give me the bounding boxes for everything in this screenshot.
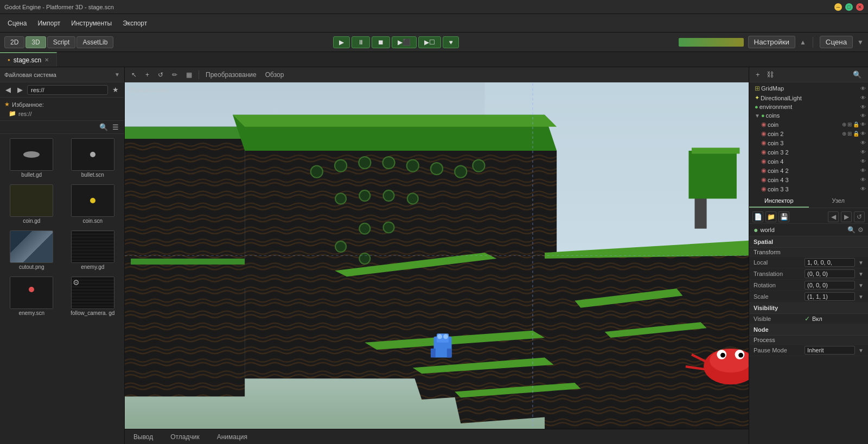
tree-item-coin[interactable]: ◉ coin ⊕ ⊞ 🔒 👁: [749, 120, 868, 129]
tree-item-coin4[interactable]: ◉ coin 4 👁: [749, 157, 868, 166]
tab-close-button[interactable]: ✕: [44, 57, 49, 63]
scene-link-button[interactable]: ⛓: [764, 69, 776, 80]
file-list-view-button[interactable]: ☰: [110, 122, 121, 132]
scene-search-button[interactable]: 🔍: [851, 69, 864, 80]
insp-file-btn[interactable]: 📄: [752, 211, 763, 222]
nav-back-button[interactable]: ◀: [3, 85, 13, 95]
filesystem-dropdown-icon[interactable]: ▼: [114, 72, 120, 78]
coin4-eye-icon[interactable]: 👁: [860, 158, 866, 164]
maximize-button[interactable]: □: [845, 3, 853, 11]
tree-item-coin2[interactable]: ◉ coin 2 ⊕ ⊞ 🔒 👁: [749, 129, 868, 138]
file-item-bullet-gd[interactable]: bullet.gd: [2, 136, 61, 180]
world-settings-icon[interactable]: ⚙: [858, 226, 864, 234]
add-button[interactable]: +: [142, 70, 152, 80]
coin2-lock-icon[interactable]: 🔒: [853, 131, 859, 137]
coin-move-icon[interactable]: ⊕: [842, 121, 846, 127]
insp-local-dropdown-icon[interactable]: ▼: [858, 260, 864, 266]
coin4-2-eye-icon[interactable]: 👁: [860, 168, 866, 173]
play-custom-button[interactable]: ▶☐: [418, 36, 441, 48]
file-item-enemy-scn[interactable]: ✕ enemy.scn: [2, 274, 61, 318]
world-search-icon[interactable]: 🔍: [847, 226, 856, 234]
coin2-move-icon[interactable]: ⊕: [842, 131, 846, 137]
nav-forward-button[interactable]: ▶: [15, 85, 25, 95]
file-item-cutout-png[interactable]: cutout.png: [2, 228, 61, 272]
insp-pause-dropdown-icon[interactable]: ▼: [858, 348, 864, 353]
assetlib-button[interactable]: AssetLib: [76, 36, 113, 48]
coin3-2-eye-icon[interactable]: 👁: [860, 149, 866, 155]
insp-rotation-dropdown-icon[interactable]: ▼: [858, 282, 864, 288]
gridmap-eye-icon[interactable]: 👁: [860, 86, 866, 92]
insp-rotation-value[interactable]: (0, 0, 0): [805, 281, 855, 289]
tab-inspector[interactable]: Инспектор: [749, 195, 809, 208]
nav-star-button[interactable]: ★: [110, 85, 121, 95]
script-button[interactable]: Script: [47, 36, 76, 48]
tree-item-coin4-2[interactable]: ◉ coin 4 2 👁: [749, 166, 868, 175]
tab-stage-scn[interactable]: ● stage.scn ✕: [0, 52, 57, 67]
stop-button[interactable]: ⏹: [372, 36, 390, 48]
coin2-copy-icon[interactable]: ⊞: [847, 131, 852, 137]
file-item-coin-gd[interactable]: coin.gd: [2, 182, 61, 226]
insp-pause-mode-value[interactable]: Inherit: [805, 346, 855, 355]
tree-item-coin3-3[interactable]: ◉ coin 3 3 👁: [749, 184, 868, 194]
tree-item-coin3-2[interactable]: ◉ coin 3 2 👁: [749, 147, 868, 157]
file-item-enemy-gd[interactable]: ⚙ enemy.gd: [63, 228, 123, 272]
insp-scale-dropdown-icon[interactable]: ▼: [858, 294, 864, 300]
settings-button[interactable]: Настройки: [748, 36, 795, 48]
tree-item-directionallight[interactable]: ✦ DirectionalLight 👁: [749, 93, 868, 102]
select-tool-button[interactable]: ↖: [128, 70, 140, 80]
insp-save-btn[interactable]: 💾: [778, 211, 789, 222]
coin-eye-icon[interactable]: 👁: [860, 121, 866, 127]
coin4-3-eye-icon[interactable]: 👁: [860, 177, 866, 183]
menu-import[interactable]: Импорт: [32, 17, 66, 29]
file-search-button[interactable]: 🔍: [97, 122, 110, 132]
insp-translation-value[interactable]: (0, 0, 0): [805, 269, 855, 278]
menu-tools[interactable]: Инструменты: [66, 17, 117, 29]
scene-button[interactable]: Сцена: [820, 36, 853, 48]
coin-copy-icon[interactable]: ⊞: [847, 121, 852, 127]
play-scene-button[interactable]: ▶⬛: [392, 36, 417, 48]
insp-local-value[interactable]: 1, 0, 0, 0,: [805, 258, 855, 267]
tree-item-gridmap[interactable]: ⊞ GridMap 👁: [749, 83, 868, 93]
insp-translation-dropdown-icon[interactable]: ▼: [858, 271, 864, 277]
bottom-tab-animation[interactable]: Анимация: [213, 431, 252, 443]
file-item-follow-camera-gd[interactable]: ⚙ follow_camera. gd: [63, 274, 123, 318]
insp-reload-btn[interactable]: ↺: [854, 211, 865, 222]
environment-eye-icon[interactable]: 👁: [860, 104, 866, 110]
coins-eye-icon[interactable]: 👁: [860, 113, 866, 119]
insp-back-btn[interactable]: ◀: [828, 211, 839, 222]
insp-scale-value[interactable]: (1, 1, 1): [805, 292, 855, 301]
insp-forward-btn[interactable]: ▶: [841, 211, 852, 222]
transform-button[interactable]: Преобразование: [202, 70, 260, 80]
bottom-tab-debugger[interactable]: Отладчик: [166, 431, 203, 443]
bottom-tab-output[interactable]: Вывод: [129, 431, 157, 443]
tree-item-coins[interactable]: ▼ ● coins 👁: [749, 111, 868, 120]
file-item-coin-scn[interactable]: ✕ coin.scn: [63, 182, 123, 226]
coin2-eye-icon[interactable]: 👁: [860, 131, 866, 137]
play-button[interactable]: ▶: [333, 36, 350, 48]
viewport[interactable]: [Перспектива]: [125, 82, 749, 429]
rotate-tool-button[interactable]: ↺: [155, 70, 167, 80]
scene-add-button[interactable]: +: [754, 69, 762, 80]
coin3-eye-icon[interactable]: 👁: [860, 140, 866, 146]
coin3-3-eye-icon[interactable]: 👁: [860, 186, 866, 192]
tree-item-environment[interactable]: ● environment 👁: [749, 102, 868, 111]
pencil-tool-button[interactable]: ✏: [169, 70, 181, 80]
insp-folder-btn[interactable]: 📁: [765, 211, 776, 222]
minimize-button[interactable]: ─: [834, 3, 842, 11]
view-button[interactable]: Обзор: [262, 70, 288, 80]
tab-node[interactable]: Узел: [809, 195, 869, 208]
menu-scene[interactable]: Сцена: [2, 17, 32, 29]
file-item-bullet-scn[interactable]: ✕ bullet.scn: [63, 136, 123, 180]
menu-export[interactable]: Экспорт: [117, 17, 152, 29]
nav-path[interactable]: res://: [27, 85, 108, 95]
directionallight-eye-icon[interactable]: 👁: [860, 95, 866, 101]
tree-item-coin4-3[interactable]: ◉ coin 4 3 👁: [749, 175, 868, 184]
pause-button[interactable]: ⏸: [352, 36, 370, 48]
close-button[interactable]: ✕: [856, 3, 864, 11]
mode-3d-button[interactable]: 3D: [25, 36, 46, 48]
coin-lock-icon[interactable]: 🔒: [853, 121, 859, 127]
remote-button[interactable]: ♥: [443, 36, 458, 48]
mode-2d-button[interactable]: 2D: [4, 36, 24, 48]
fav-item-res[interactable]: 📁 res://: [4, 109, 120, 118]
tree-item-coin3[interactable]: ◉ coin 3 👁: [749, 138, 868, 147]
